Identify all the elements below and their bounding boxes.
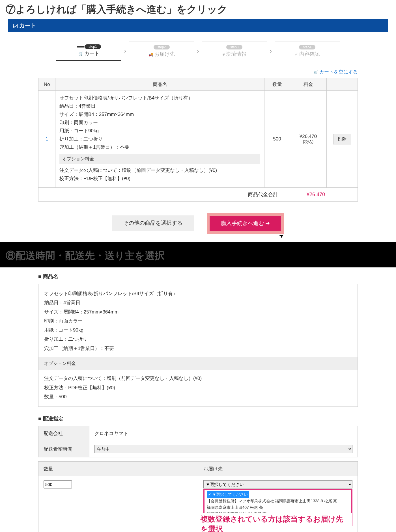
annotation-multiple-dest: 複数登録されている方は該当するお届け先を選択 xyxy=(198,513,352,532)
cart-step-icon: 🛒 xyxy=(78,51,83,56)
chevron-icon: › xyxy=(267,47,275,55)
th-action xyxy=(327,78,358,91)
qty-input[interactable] xyxy=(44,480,72,488)
cart-row: 1 オフセット印刷価格表/折りパンフレット/B4サイズ（折り有） 納品日：4営業… xyxy=(38,91,358,188)
section8-instruction: ⑧配送時間・配送先・送り主を選択 xyxy=(0,242,396,267)
product-box: オフセット印刷価格表/折りパンフレット/B4サイズ（折り有） 納品日：4営業日 … xyxy=(38,284,358,407)
row-qty: 500 xyxy=(264,91,290,188)
th-qty: 数量 xyxy=(264,78,290,91)
qty-label: 数量 xyxy=(38,462,198,476)
th-name: 商品名 xyxy=(55,78,264,91)
option-header: オプション料金 xyxy=(59,154,260,164)
dropdown-selected[interactable]: ✓ ▼選択してください xyxy=(207,491,249,498)
step-cart: step1 🛒カート xyxy=(56,41,121,61)
delivery-time-select[interactable]: 午前中 xyxy=(94,445,352,453)
step-confirm: step4 ✓内容確認 xyxy=(275,41,340,61)
proceed-button-highlight: 購入手続きへ進む ➜ xyxy=(207,213,284,234)
option-header: オプション料金 xyxy=(38,357,358,370)
section7-instruction: ⑦よろしければ「購入手続きへ進む」をクリック xyxy=(0,0,396,19)
check-icon xyxy=(13,24,18,28)
th-price: 料金 xyxy=(290,78,327,91)
checkout-steps: step1 🛒カート › step2 🚚お届け先 › step3 ¥決済情報 ›… xyxy=(38,41,358,61)
check-step-icon: ✓ xyxy=(295,52,298,57)
empty-cart-link[interactable]: カートを空にする xyxy=(38,67,358,78)
chevron-icon: › xyxy=(121,47,129,55)
th-no: No xyxy=(38,78,55,91)
cart-table: No 商品名 数量 料金 1 オフセット印刷価格表/折りパンフレット/B4サイズ… xyxy=(38,78,358,188)
row-no: 1 xyxy=(38,91,55,188)
destination-select[interactable]: ▼選択してください xyxy=(203,480,353,488)
product-name-header: 商品名 xyxy=(38,273,358,280)
delivery-company-value: クロネコヤマト xyxy=(89,426,358,441)
proceed-button[interactable]: 購入手続きへ進む ➜ xyxy=(210,216,281,231)
delete-button[interactable]: 削除 xyxy=(333,134,351,144)
dropdown-option[interactable]: 福岡県嘉麻市上山田407 松尾 亮 xyxy=(207,504,349,511)
row-price: ¥26,470 (税込) xyxy=(290,91,327,188)
destination-form: 数量 お届け先 ▼選択してください ✓ ▼選択してください 【会員登録住所】マツ… xyxy=(38,461,358,532)
delivery-time-label: 配送希望時間 xyxy=(38,441,89,457)
total-label: 商品代金合計 xyxy=(248,192,278,197)
delivery-company-label: 配送会社 xyxy=(38,426,89,441)
yen-step-icon: ¥ xyxy=(223,52,225,57)
row-desc: オフセット印刷価格表/折りパンフレット/B4サイズ（折り有） 納品日：4営業日 … xyxy=(55,91,264,188)
totals-row: 商品代金合計 ¥26,470 xyxy=(38,188,358,202)
other-products-button[interactable]: その他の商品を選択する xyxy=(112,215,194,231)
dropdown-option[interactable]: 【会員登録住所】マツオ印刷株式会社 福岡県嘉麻市上山田1338-9 松尾 亮 xyxy=(207,498,349,504)
chevron-icon: › xyxy=(194,47,202,55)
delivery-header: 配送指定 xyxy=(38,415,358,422)
total-amount: ¥26,470 xyxy=(291,192,325,198)
cart-header-bar: カート xyxy=(8,19,388,32)
delivery-form: 配送会社 クロネコヤマト 配送希望時間 午前中 xyxy=(38,426,358,457)
dest-label: お届け先 xyxy=(198,462,358,476)
cart-icon xyxy=(313,69,319,75)
truck-step-icon: 🚚 xyxy=(148,52,153,57)
cart-header-text: カート xyxy=(19,22,36,29)
step-delivery: step2 🚚お届け先 xyxy=(129,41,194,61)
step-payment: step3 ¥決済情報 xyxy=(202,41,267,61)
